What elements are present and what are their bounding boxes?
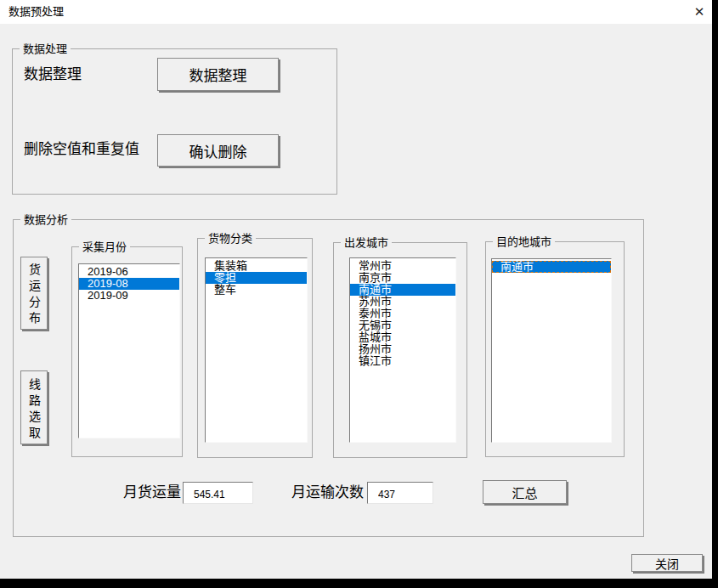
collect-month-group: 采集月份 2019-06 2019-08 2019-09 <box>71 246 183 457</box>
delete-nulls-label: 删除空值和重复值 <box>24 142 139 157</box>
list-item-selected[interactable]: 南通市 <box>350 284 455 296</box>
trip-count-field[interactable] <box>367 482 433 504</box>
dest-city-listbox[interactable]: 南通市 <box>491 258 612 443</box>
close-dialog-button[interactable]: 关闭 <box>631 554 703 572</box>
list-item[interactable]: 常州市 <box>350 260 455 272</box>
list-item[interactable]: 集装箱 <box>206 260 307 272</box>
window-title: 数据预处理 <box>8 6 64 18</box>
freight-volume-label: 月货运量 <box>123 485 181 500</box>
list-item[interactable]: 盐城市 <box>350 331 455 343</box>
collect-month-caption: 采集月份 <box>79 240 130 253</box>
list-item[interactable]: 苏州市 <box>350 296 455 308</box>
collect-month-listbox[interactable]: 2019-06 2019-08 2019-09 <box>78 263 180 438</box>
origin-city-listbox[interactable]: 常州市 南京市 南通市 苏州市 泰州市 无锡市 盐城市 扬州市 镇江市 <box>349 257 456 443</box>
data-analysis-caption: 数据分析 <box>20 213 71 226</box>
list-item[interactable]: 无锡市 <box>350 319 455 331</box>
list-item[interactable]: 泰州市 <box>350 308 455 319</box>
list-item-selected[interactable]: 南通市 <box>492 261 611 273</box>
route-select-button[interactable]: 线路选取 <box>20 370 48 444</box>
cargo-type-group: 货物分类 集装箱 零担 整车 <box>197 238 313 458</box>
origin-city-group: 出发城市 常州市 南京市 南通市 苏州市 泰州市 无锡市 盐城市 扬州市 镇江市 <box>333 242 467 458</box>
confirm-delete-button[interactable]: 确认删除 <box>157 134 279 167</box>
titlebar: 数据预处理 ✕ <box>0 0 712 24</box>
freight-volume-field[interactable] <box>183 482 253 504</box>
trip-count-label: 月运输次数 <box>291 485 364 500</box>
data-processing-group: 数据处理 数据整理 数据整理 删除空值和重复值 确认删除 <box>12 48 337 195</box>
list-item[interactable]: 2019-09 <box>79 290 179 302</box>
list-item[interactable]: 整车 <box>206 284 307 296</box>
list-item-selected[interactable]: 零担 <box>206 272 307 284</box>
dest-city-caption: 目的地城市 <box>493 235 555 248</box>
organize-label: 数据整理 <box>24 67 82 82</box>
organize-button[interactable]: 数据整理 <box>157 58 279 91</box>
cargo-type-caption: 货物分类 <box>205 232 256 245</box>
cargo-type-listbox[interactable]: 集装箱 零担 整车 <box>205 257 308 443</box>
list-item[interactable]: 镇江市 <box>350 355 455 367</box>
summary-button[interactable]: 汇总 <box>483 480 567 504</box>
freight-distribution-button[interactable]: 货运分布 <box>20 257 48 330</box>
dest-city-group: 目的地城市 南通市 <box>485 241 625 457</box>
dialog-window: 数据预处理 ✕ 数据处理 数据整理 数据整理 删除空值和重复值 确认删除 数据分… <box>0 0 712 579</box>
data-analysis-group: 数据分析 货运分布 线路选取 采集月份 2019-06 2019-08 2019… <box>13 219 644 537</box>
origin-city-caption: 出发城市 <box>341 236 392 249</box>
list-item[interactable]: 2019-06 <box>79 266 179 278</box>
list-item[interactable]: 南京市 <box>350 272 455 284</box>
data-processing-caption: 数据处理 <box>20 42 71 55</box>
list-item-selected[interactable]: 2019-08 <box>79 278 179 290</box>
list-item[interactable]: 扬州市 <box>350 343 455 355</box>
close-icon[interactable]: ✕ <box>689 3 710 21</box>
